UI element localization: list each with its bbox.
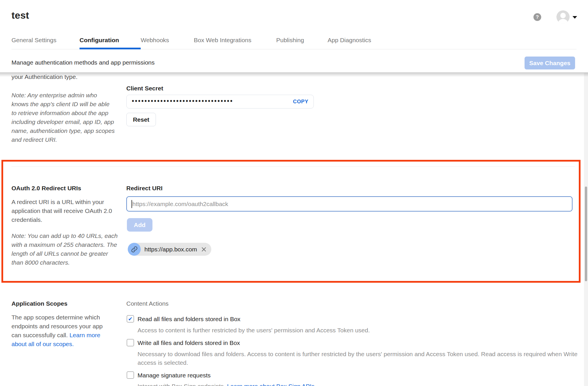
checkbox-write-files[interactable] xyxy=(127,339,134,346)
application-scopes-heading: Application Scopes xyxy=(11,300,67,307)
redirect-uri-chip: https://app.box.com xyxy=(128,243,211,256)
checkbox-read-files-label: Read all files and folders stored in Box xyxy=(138,316,240,323)
tab-app-diagnostics[interactable]: App Diagnostics xyxy=(328,37,371,44)
redirect-uri-placeholder: https://example.com/oauth2callback xyxy=(132,201,228,207)
section-subtitle: Manage authentication methods and app pe… xyxy=(11,59,154,66)
oauth-description: A redirect URI is a URL within your appl… xyxy=(11,197,117,224)
tab-configuration[interactable]: Configuration xyxy=(80,37,119,44)
close-icon[interactable] xyxy=(201,247,207,252)
link-icon xyxy=(128,243,141,256)
tab-general-settings[interactable]: General Settings xyxy=(11,37,56,44)
help-icon[interactable]: ? xyxy=(533,13,541,21)
checkbox-write-files-label: Write all files and folders stored in Bo… xyxy=(138,340,240,346)
help-icon-glyph: ? xyxy=(536,14,539,20)
checkbox-read-files-description: Access to content is further restricted … xyxy=(138,326,580,335)
person-icon xyxy=(556,10,570,24)
oauth-note: Note: You can add up to 40 URLs, each wi… xyxy=(11,231,118,267)
tab-box-web-integrations[interactable]: Box Web Integrations xyxy=(194,37,251,44)
header-scroll-shadow xyxy=(0,72,588,77)
tab-webhooks[interactable]: Webhooks xyxy=(141,37,169,44)
save-changes-button[interactable]: Save Changes xyxy=(525,57,575,69)
add-button[interactable]: Add xyxy=(127,218,152,232)
copy-button[interactable]: COPY xyxy=(293,99,308,105)
oauth-section-heading: OAuth 2.0 Redirect URIs xyxy=(11,185,81,192)
app-config-page: test ? General Settings Configuration We… xyxy=(0,0,588,386)
clipped-scrolled-text: your Authentication type. xyxy=(11,73,78,80)
redirect-uri-input[interactable]: https://example.com/oauth2callback xyxy=(126,196,572,212)
tab-publishing[interactable]: Publishing xyxy=(276,37,304,44)
client-secret-field[interactable]: •••••••••••••••••••••••••••••••• COPY xyxy=(126,95,314,108)
admin-note: Note: Any enterprise admin who knows the… xyxy=(11,91,115,144)
page-title: test xyxy=(11,10,29,21)
application-scopes-description: The app scopes determine which endpoints… xyxy=(11,313,110,348)
client-secret-label: Client Secret xyxy=(126,85,163,92)
caret-down-icon[interactable] xyxy=(572,16,577,19)
scrollbar-thumb[interactable] xyxy=(585,187,587,281)
text-caret xyxy=(131,200,132,208)
client-secret-masked-value: •••••••••••••••••••••••••••••••• xyxy=(132,98,293,104)
checkbox-manage-signature[interactable] xyxy=(127,371,134,379)
checkbox-read-files[interactable] xyxy=(127,315,134,323)
chip-url: https://app.box.com xyxy=(144,246,197,253)
content-actions-label: Content Actions xyxy=(126,300,169,307)
signature-description-text: Interact with Box Sign endpoints. xyxy=(138,383,227,386)
avatar[interactable] xyxy=(556,10,570,24)
active-tab-underline xyxy=(80,48,141,49)
box-sign-apis-link[interactable]: Learn more about Box Sign APIs. xyxy=(227,383,316,386)
checkbox-manage-signature-description: Interact with Box Sign endpoints. Learn … xyxy=(138,382,580,386)
checkbox-manage-signature-label: Manage signature requests xyxy=(138,372,211,379)
section-divider xyxy=(11,166,575,167)
redirect-uri-label: Redirect URI xyxy=(126,185,163,192)
reset-button[interactable]: Reset xyxy=(126,113,156,126)
checkbox-write-files-description: Necessary to download files and folders.… xyxy=(138,350,580,367)
